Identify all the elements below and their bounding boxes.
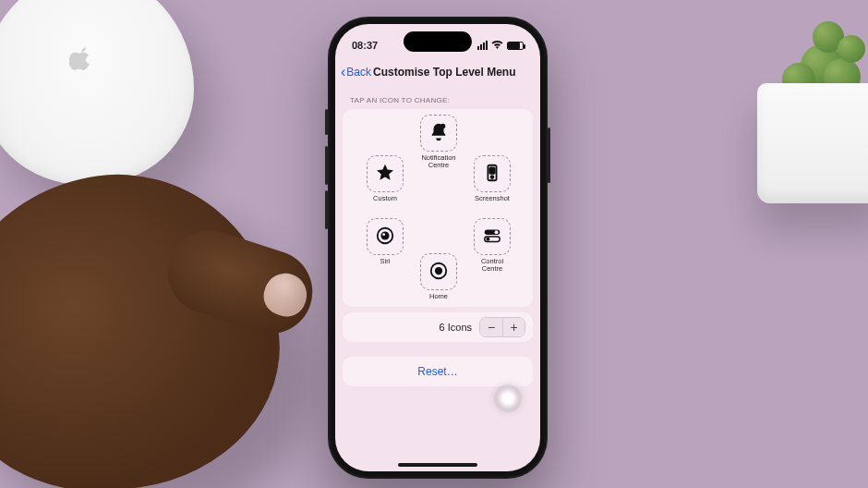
wifi-icon [491,40,503,51]
icon-count-label: 6 Icons [440,322,472,333]
icon-slot-custom[interactable]: Custom [365,155,405,202]
nav-bar: ‹ Back Customise Top Level Menu [335,59,540,85]
home-button-icon [428,261,449,283]
apple-logo-icon [69,46,93,77]
svg-point-9 [435,267,442,274]
icon-slot-screenshot[interactable]: Screenshot [472,155,512,202]
svg-point-7 [486,238,489,241]
assistivetouch-button[interactable] [494,384,522,412]
status-time: 08:37 [352,40,378,51]
icon-slot-siri[interactable]: Siri [365,218,405,265]
chevron-left-icon: ‹ [341,65,345,79]
siri-icon [375,226,395,248]
iphone-frame: 08:37 ‹ Back Customise Top Level Menu TA… [328,17,548,479]
toggle-icon [482,226,502,248]
stepper-plus-button[interactable]: + [502,318,524,336]
cellular-icon [477,41,488,50]
back-button[interactable]: ‹ Back [341,65,371,79]
svg-point-0 [440,124,446,129]
screenshot-icon [482,163,502,185]
icon-label: Screenshot [472,195,512,202]
icon-grid-card: Notification Centre Screenshot Control C… [343,109,533,307]
icon-count-row: 6 Icons − + [343,312,533,342]
battery-icon [507,42,524,50]
star-icon [375,163,395,185]
icon-slot-notification-centre[interactable]: Notification Centre [418,115,459,170]
svg-point-12 [382,233,385,236]
icon-label: Notification Centre [418,154,459,170]
icon-slot-home[interactable]: Home [418,253,459,300]
nav-title: Customise Top Level Menu [373,66,515,79]
icon-label: Siri [365,258,405,265]
bell-icon [428,122,449,144]
reset-label: Reset… [417,365,457,378]
home-indicator [398,463,477,467]
svg-point-2 [491,176,494,178]
svg-rect-3 [489,168,495,174]
icon-slot-control-centre[interactable]: Control Centre [472,218,512,274]
svg-point-11 [380,231,389,239]
stepper-minus-button[interactable]: − [480,318,502,336]
icon-label: Custom [365,195,405,202]
icon-label: Control Centre [472,258,512,274]
dynamic-island [404,31,472,52]
svg-point-5 [495,230,499,234]
icon-label: Home [418,293,459,300]
iphone-screen: 08:37 ‹ Back Customise Top Level Menu TA… [335,24,540,471]
section-header: TAP AN ICON TO CHANGE: [350,96,450,104]
icon-count-stepper: − + [479,317,525,337]
magic-mouse-prop [0,0,194,185]
reset-button[interactable]: Reset… [343,357,533,386]
plant-prop [739,0,868,185]
back-label: Back [346,66,371,79]
